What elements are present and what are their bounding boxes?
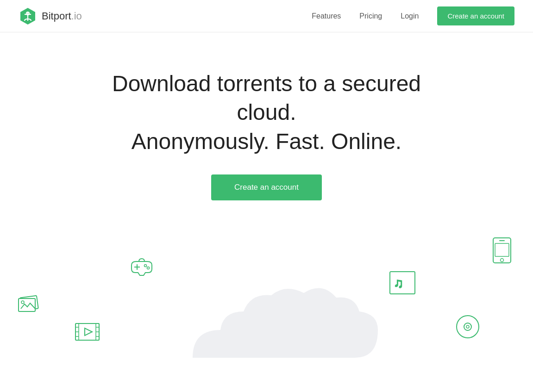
video-player-icon	[75, 323, 100, 345]
svg-rect-26	[493, 238, 511, 263]
svg-point-25	[466, 325, 469, 328]
music-icon: ♫	[389, 271, 416, 297]
hero-headline: Download torrents to a secured cloud. An…	[82, 69, 452, 156]
disc-icon	[456, 315, 480, 341]
nav-link-features[interactable]: Features	[312, 12, 341, 20]
mobile-icon	[492, 237, 512, 266]
svg-point-28	[500, 258, 503, 261]
logo-link[interactable]: Bitport.io	[19, 7, 82, 25]
hero-section: Download torrents to a secured cloud. An…	[0, 32, 533, 386]
cloud-illustration	[151, 256, 383, 367]
svg-point-23	[457, 316, 479, 338]
svg-point-9	[144, 265, 147, 267]
logo-text: Bitport.io	[42, 10, 82, 22]
svg-marker-20	[85, 328, 92, 336]
svg-point-10	[147, 267, 150, 269]
svg-rect-29	[495, 243, 509, 256]
nav-link-login[interactable]: Login	[401, 12, 419, 20]
illustration-area: ♫	[0, 219, 533, 367]
nav-link-pricing[interactable]: Pricing	[359, 12, 382, 20]
svg-rect-5	[19, 299, 35, 311]
game-controller-icon	[128, 256, 156, 279]
create-account-nav-button[interactable]: Create an account	[437, 6, 514, 25]
create-account-hero-button[interactable]: Create an account	[211, 174, 322, 200]
nav-links: Features Pricing Login Create an account	[312, 6, 514, 25]
photos-icon	[16, 293, 42, 318]
navbar: Bitport.io Features Pricing Login Create…	[0, 0, 533, 32]
svg-text:♫: ♫	[394, 276, 403, 290]
logo-icon	[19, 7, 37, 25]
svg-point-24	[464, 323, 471, 330]
